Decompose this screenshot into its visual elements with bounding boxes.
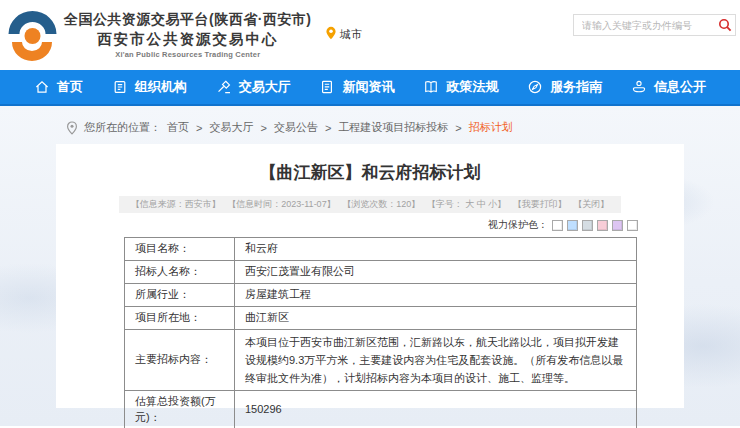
table-row: 项目名称： 和云府 (125, 238, 637, 261)
search-box (573, 14, 736, 36)
nav-label: 新闻资讯 (342, 78, 394, 96)
eye-protect-swatch[interactable] (552, 220, 563, 231)
policy-icon (423, 79, 439, 95)
row-value: 本项目位于西安市曲江新区范围，汇新路以东，航天北路以北，项目拟开发建设规模约9.… (235, 329, 637, 390)
meta-source: 【信息来源：西安市】 (131, 199, 221, 209)
nav-label: 政策法规 (446, 78, 498, 96)
print-button[interactable]: 【我要打印】 (513, 199, 567, 209)
nav-label: 组织机构 (135, 78, 187, 96)
breadcrumb-separator: > (260, 122, 266, 134)
breadcrumb-item-announcements[interactable]: 交易公告 (274, 120, 318, 135)
nav-item-trading-hall[interactable]: 交易大厅 (216, 78, 291, 96)
table-row: 估算总投资额(万元)： 150296 (125, 391, 637, 428)
row-value: 和云府 (235, 238, 637, 261)
nav-item-home[interactable]: 首页 (34, 78, 83, 96)
breadcrumb-item-home[interactable]: 首页 (167, 120, 189, 135)
nav-item-service-guide[interactable]: 服务指南 (527, 78, 602, 96)
eye-protect-swatch[interactable] (627, 220, 638, 231)
row-label: 项目名称： (125, 238, 235, 261)
content-background: 您所在的位置： 首页 > 交易大厅 > 交易公告 > 工程建设项目招标投标 > … (0, 106, 740, 426)
eye-protect-label: 视力保护色： (488, 219, 548, 230)
nav-item-organization[interactable]: 组织机构 (112, 78, 187, 96)
breadcrumb-item-trading-hall[interactable]: 交易大厅 (209, 120, 253, 135)
row-label: 所属行业： (125, 283, 235, 306)
service-guide-icon (527, 79, 543, 95)
breadcrumb-separator: > (455, 122, 461, 134)
location-pin-icon (325, 26, 337, 42)
row-value: 150296 (235, 391, 637, 428)
site-brand[interactable]: 全国公共资源交易平台(陕西省·西安市) 西安市公共资源交易中心 Xi'an Pu… (8, 9, 312, 61)
close-button[interactable]: 【关闭】 (573, 199, 609, 209)
news-icon (319, 79, 335, 95)
search-input[interactable] (574, 20, 714, 31)
table-row: 所属行业： 房屋建筑工程 (125, 283, 637, 306)
nav-item-policy[interactable]: 政策法规 (423, 78, 498, 96)
meta-font-size-controls[interactable]: 【字号： 大 中 小】 (427, 199, 507, 209)
main-nav: 首页 组织机构 交易大厅 新闻资讯 政策法规 (0, 70, 740, 106)
site-subtitle-cn: 西安市公共资源交易中心 (64, 30, 312, 49)
eye-protect-swatch[interactable] (597, 220, 608, 231)
site-logo-icon (8, 9, 58, 61)
row-label: 招标人名称： (125, 260, 235, 283)
article-meta-bar: 【信息来源：西安市】 【信息时间：2023-11-07】 【浏览次数：120】 … (119, 196, 621, 213)
nav-label: 信息公开 (654, 78, 706, 96)
row-value: 房屋建筑工程 (235, 283, 637, 306)
eye-protect-row: 视力保护色： (56, 218, 638, 232)
meta-views: 【浏览次数：120】 (342, 199, 420, 209)
nav-item-info-disclosure[interactable]: 信息公开 (631, 78, 706, 96)
article-card: 【曲江新区】和云府招标计划 【信息来源：西安市】 【信息时间：2023-11-0… (56, 144, 684, 408)
city-label: 城市 (340, 27, 362, 42)
breadcrumb-separator: > (325, 122, 331, 134)
nav-label: 首页 (57, 78, 83, 96)
row-value: 曲江新区 (235, 306, 637, 329)
table-row: 项目所在地： 曲江新区 (125, 306, 637, 329)
breadcrumb-separator: > (196, 122, 202, 134)
hand-icon (631, 79, 647, 95)
breadcrumb-pin-icon (66, 121, 78, 135)
eye-protect-swatch[interactable] (612, 220, 623, 231)
eye-protect-swatch[interactable] (567, 220, 578, 231)
eye-protect-swatch[interactable] (582, 220, 593, 231)
breadcrumb-item-bid-plan-current[interactable]: 招标计划 (469, 120, 513, 135)
project-info-table: 项目名称： 和云府 招标人名称： 西安汇茂置业有限公司 所属行业： 房屋建筑工程… (124, 237, 637, 428)
page: 全国公共资源交易平台(陕西省·西安市) 西安市公共资源交易中心 Xi'an Pu… (0, 0, 740, 428)
meta-time: 【信息时间：2023-11-07】 (227, 199, 335, 209)
breadcrumb-prefix: 您所在的位置： (84, 120, 161, 135)
search-icon[interactable] (714, 15, 735, 35)
breadcrumb-item-project-bidding[interactable]: 工程建设项目招标投标 (338, 120, 448, 135)
site-title-cn: 全国公共资源交易平台(陕西省·西安市) (64, 11, 312, 29)
table-row: 主要招标内容： 本项目位于西安市曲江新区范围，汇新路以东，航天北路以北，项目拟开… (125, 329, 637, 390)
row-label: 项目所在地： (125, 306, 235, 329)
breadcrumb: 您所在的位置： 首页 > 交易大厅 > 交易公告 > 工程建设项目招标投标 > … (0, 106, 740, 135)
row-label: 主要招标内容： (125, 329, 235, 390)
nav-label: 服务指南 (550, 78, 602, 96)
trading-hall-icon (216, 79, 232, 95)
nav-label: 交易大厅 (239, 78, 291, 96)
home-icon (34, 79, 50, 95)
site-title-block: 全国公共资源交易平台(陕西省·西安市) 西安市公共资源交易中心 Xi'an Pu… (64, 9, 312, 59)
nav-item-news[interactable]: 新闻资讯 (319, 78, 394, 96)
site-title-en: Xi'an Public Resources Trading Center (64, 50, 312, 59)
row-value: 西安汇茂置业有限公司 (235, 260, 637, 283)
article-title: 【曲江新区】和云府招标计划 (56, 144, 684, 184)
city-selector[interactable]: 城市 (325, 26, 362, 42)
table-row: 招标人名称： 西安汇茂置业有限公司 (125, 260, 637, 283)
site-header: 全国公共资源交易平台(陕西省·西安市) 西安市公共资源交易中心 Xi'an Pu… (0, 0, 740, 70)
row-label: 估算总投资额(万元)： (125, 391, 235, 428)
org-icon (112, 79, 128, 95)
